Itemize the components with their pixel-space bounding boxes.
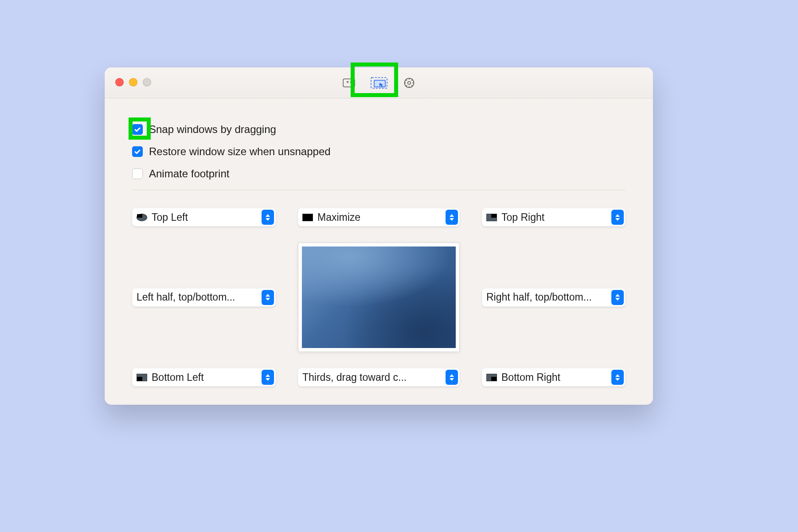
option-restore-size: Restore window size when unsnapped xyxy=(132,145,626,158)
svg-rect-0 xyxy=(343,79,355,87)
snap-zone-grid: Top Left Maximize Top Right Left half, t… xyxy=(132,208,626,387)
stepper-icon xyxy=(446,370,458,385)
stepper-icon xyxy=(262,290,274,305)
svg-point-4 xyxy=(407,82,411,85)
keyboard-shortcut-icon xyxy=(343,78,355,87)
zone-bottom-right-select[interactable]: Bottom Right xyxy=(482,368,626,387)
svg-line-10 xyxy=(411,85,412,86)
zone-top-left-select[interactable]: Top Left xyxy=(132,208,276,227)
gear-icon xyxy=(403,77,415,89)
screen-preview-cell xyxy=(298,243,460,352)
label-restore-size: Restore window size when unsnapped xyxy=(149,145,331,158)
checkbox-restore-size[interactable] xyxy=(132,146,143,157)
option-animate-footprint: Animate footprint xyxy=(132,168,626,180)
zone-top-center-label: Maximize xyxy=(317,211,360,223)
stepper-icon xyxy=(611,370,624,385)
zone-mid-left-label: Left half, top/bottom... xyxy=(137,291,235,303)
option-snap-windows: Snap windows by dragging xyxy=(132,123,626,136)
checkbox-snap-windows[interactable] xyxy=(132,124,143,135)
checkbox-animate-footprint[interactable] xyxy=(132,168,143,179)
check-icon xyxy=(134,126,141,133)
traffic-lights xyxy=(115,78,151,86)
zone-top-right-label: Top Right xyxy=(501,211,544,223)
close-window-button[interactable] xyxy=(115,78,124,86)
layout-top-right-icon xyxy=(486,214,497,221)
snap-cursor-icon xyxy=(370,77,388,89)
stepper-icon xyxy=(611,290,624,305)
minimize-window-button[interactable] xyxy=(129,78,137,86)
svg-line-9 xyxy=(406,80,407,81)
toolbar-tabs xyxy=(339,75,419,90)
zone-bottom-center-label: Thirds, drag toward c... xyxy=(302,372,407,383)
layout-bottom-right-icon xyxy=(486,374,497,381)
stepper-icon xyxy=(611,210,624,225)
screen-preview xyxy=(298,243,460,352)
zone-bottom-left-select[interactable]: Bottom Left xyxy=(132,368,276,387)
toolbar-tab-shortcuts[interactable] xyxy=(339,75,359,90)
toolbar-tab-settings[interactable] xyxy=(399,75,419,90)
layout-top-left-icon xyxy=(137,214,147,221)
zone-mid-right-label: Right half, top/bottom... xyxy=(486,291,592,303)
svg-line-11 xyxy=(411,80,412,81)
desktop-wallpaper-thumbnail xyxy=(302,246,456,348)
zone-top-center-select[interactable]: Maximize xyxy=(298,208,460,227)
window-titlebar xyxy=(105,67,653,98)
stepper-icon xyxy=(446,210,458,225)
preferences-window: Snap windows by dragging Restore window … xyxy=(105,67,653,405)
label-animate-footprint: Animate footprint xyxy=(149,168,229,180)
zone-bottom-left-label: Bottom Left xyxy=(152,372,204,383)
section-divider xyxy=(132,190,626,190)
zone-mid-right-select[interactable]: Right half, top/bottom... xyxy=(482,288,626,307)
zone-mid-left-select[interactable]: Left half, top/bottom... xyxy=(132,288,276,307)
zone-bottom-center-select[interactable]: Thirds, drag toward c... xyxy=(298,368,460,387)
preferences-body: Snap windows by dragging Restore window … xyxy=(105,98,653,404)
layout-maximize-icon xyxy=(302,214,313,221)
zone-bottom-right-label: Bottom Right xyxy=(501,372,560,383)
stepper-icon xyxy=(262,370,274,385)
zone-top-right-select[interactable]: Top Right xyxy=(482,208,626,227)
toolbar-tab-snapping[interactable] xyxy=(369,75,389,90)
svg-line-12 xyxy=(406,85,407,86)
check-icon xyxy=(134,148,141,155)
label-snap-windows: Snap windows by dragging xyxy=(149,123,276,136)
layout-bottom-left-icon xyxy=(137,374,147,381)
zoom-window-button[interactable] xyxy=(143,78,151,86)
stepper-icon xyxy=(262,210,274,225)
zone-top-left-label: Top Left xyxy=(152,211,188,223)
